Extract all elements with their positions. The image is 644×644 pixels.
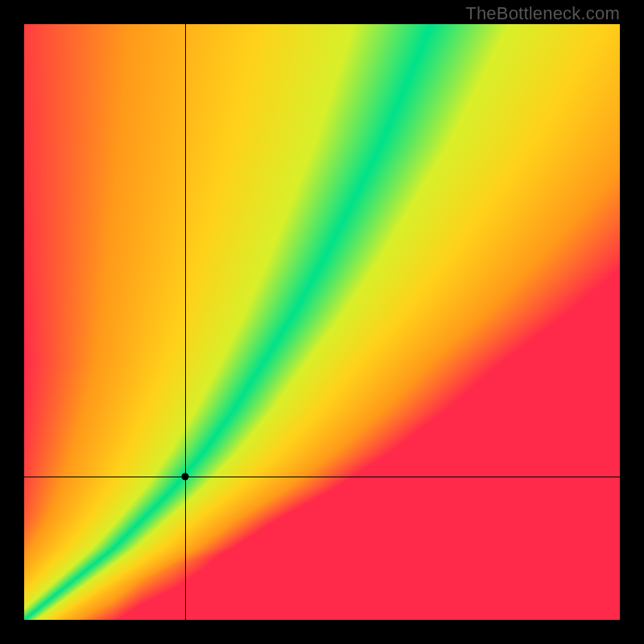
crosshair-vertical: [185, 24, 186, 620]
heatmap-canvas: [24, 24, 620, 620]
watermark-text: TheBottleneck.com: [465, 3, 620, 24]
crosshair-horizontal: [24, 477, 620, 477]
heatmap-plot: [23, 23, 621, 621]
selection-marker: [181, 473, 188, 481]
